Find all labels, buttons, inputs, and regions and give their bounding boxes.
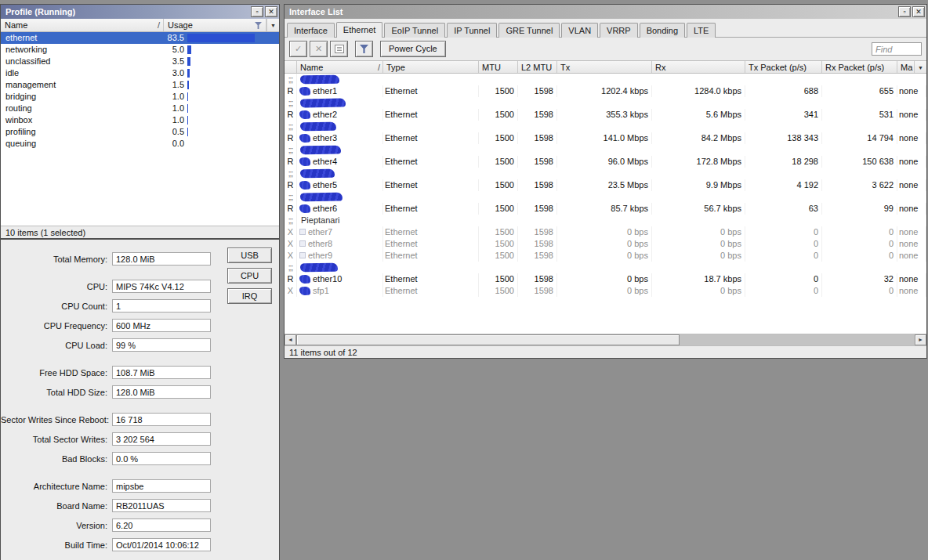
resource-action-button[interactable]: USB bbox=[227, 247, 272, 263]
tab[interactable]: Interface bbox=[287, 23, 335, 38]
profile-usage-bar-cell bbox=[184, 56, 279, 67]
interface-row[interactable]: R ether5 Ethernet 1500 1598 23.5 Mbps 9.… bbox=[285, 179, 926, 191]
interface-row[interactable]: R ether6 Ethernet 1500 1598 85.7 kbps 56… bbox=[285, 203, 926, 215]
maximize-button[interactable]: ▫ bbox=[898, 6, 911, 17]
close-button[interactable]: ✕ bbox=[265, 6, 277, 17]
interface-row[interactable]: X sfp1 Ethernet 1500 1598 0 bps 0 bps 0 … bbox=[285, 285, 926, 297]
comment-button[interactable] bbox=[330, 41, 348, 57]
interface-name-cell: ether9 bbox=[297, 250, 383, 262]
resource-action-button[interactable]: CPU bbox=[227, 268, 272, 284]
interface-row[interactable]: R ether10 Ethernet 1500 1598 0 bps 18.7 … bbox=[285, 273, 926, 285]
profile-titlebar[interactable]: Profile (Running) ▫ ✕ bbox=[1, 5, 279, 19]
rx-packet-cell: 150 638 bbox=[822, 156, 897, 168]
tab[interactable]: LTE bbox=[687, 23, 716, 38]
column-header-l2mtu[interactable]: L2 MTU bbox=[518, 61, 557, 73]
comment-row[interactable]: ;;; bbox=[285, 74, 926, 85]
maximize-button[interactable]: ▫ bbox=[251, 6, 263, 17]
type-cell: Ethernet bbox=[383, 156, 479, 168]
profile-usage-bar-cell bbox=[184, 114, 279, 126]
l2mtu-cell: 1598 bbox=[518, 226, 557, 238]
profile-row[interactable]: queuing 0.0 bbox=[1, 138, 279, 150]
resource-action-button[interactable]: IRQ bbox=[227, 288, 272, 304]
filter-funnel-icon[interactable] bbox=[255, 22, 262, 29]
profile-row[interactable]: idle 3.0 bbox=[1, 67, 279, 79]
tab[interactable]: EoIP Tunnel bbox=[384, 23, 445, 38]
comment-body bbox=[297, 191, 926, 203]
profile-row[interactable]: ethernet 83.5 bbox=[1, 32, 279, 44]
comment-prefix: ;;; bbox=[285, 97, 297, 109]
profile-row[interactable]: networking 5.0 bbox=[1, 44, 279, 56]
comment-icon bbox=[335, 45, 344, 53]
column-select-button[interactable]: ▼ bbox=[266, 19, 279, 31]
interface-row[interactable]: R ether3 Ethernet 1500 1598 141.0 Mbps 8… bbox=[285, 132, 926, 144]
tab[interactable]: VLAN bbox=[561, 23, 598, 38]
enable-button[interactable]: ✓ bbox=[289, 41, 307, 57]
mtu-cell: 1500 bbox=[479, 273, 518, 285]
scrollbar-track[interactable] bbox=[296, 334, 915, 345]
find-input[interactable] bbox=[872, 42, 922, 56]
interface-row[interactable]: X ether7 Ethernet 1500 1598 0 bps 0 bps … bbox=[285, 226, 926, 238]
comment-row[interactable]: ;;; bbox=[285, 168, 926, 179]
column-header-rx[interactable]: Rx bbox=[652, 61, 745, 73]
rx-cell: 0 bps bbox=[652, 238, 745, 250]
profile-row[interactable]: bridging 1.0 bbox=[1, 91, 279, 103]
profile-row[interactable]: winbox 1.0 bbox=[1, 114, 279, 126]
scroll-right-button[interactable]: ► bbox=[915, 334, 926, 345]
tab[interactable]: VRRP bbox=[600, 23, 638, 38]
tab[interactable]: IP Tunnel bbox=[447, 23, 497, 38]
column-header-tx-packet[interactable]: Tx Packet (p/s) bbox=[745, 61, 822, 73]
field-label: Total HDD Size: bbox=[1, 388, 112, 397]
column-header-tx[interactable]: Tx bbox=[557, 61, 652, 73]
l2mtu-cell: 1598 bbox=[518, 273, 557, 285]
column-select-button[interactable]: ▼ bbox=[914, 61, 926, 73]
disable-button[interactable]: ✕ bbox=[310, 41, 328, 57]
interface-row[interactable]: R ether2 Ethernet 1500 1598 355.3 kbps 5… bbox=[285, 109, 926, 121]
profile-task-name: unclassified bbox=[1, 56, 158, 67]
field-label: CPU: bbox=[1, 282, 112, 291]
column-header-flag[interactable] bbox=[285, 61, 297, 73]
interface-row[interactable]: R ether4 Ethernet 1500 1598 96.0 Mbps 17… bbox=[285, 156, 926, 168]
column-header-usage[interactable]: Usage bbox=[164, 19, 266, 31]
column-header-ma[interactable]: Ma bbox=[897, 61, 914, 73]
profile-status-bar: 10 items (1 selected) bbox=[1, 226, 279, 238]
field-label: CPU Frequency: bbox=[1, 321, 112, 331]
tab[interactable]: Ethernet bbox=[336, 22, 383, 38]
column-header-mtu[interactable]: MTU bbox=[479, 61, 518, 73]
comment-row[interactable]: ;;; Pieptanari bbox=[285, 215, 926, 226]
comment-prefix: ;;; bbox=[285, 215, 297, 226]
profile-row[interactable]: routing 1.0 bbox=[1, 103, 279, 114]
interface-row[interactable]: R ether1 Ethernet 1500 1598 1202.4 kbps … bbox=[285, 85, 926, 97]
power-cycle-button[interactable]: Power Cycle bbox=[380, 41, 446, 57]
interface-name-cell: ether6 bbox=[297, 203, 383, 215]
type-cell: Ethernet bbox=[383, 285, 479, 297]
profile-row[interactable]: management 1.5 bbox=[1, 79, 279, 91]
comment-body bbox=[297, 144, 926, 156]
profile-row[interactable]: unclassified 3.5 bbox=[1, 56, 279, 67]
scroll-left-button[interactable]: ◄ bbox=[285, 334, 296, 345]
type-cell: Ethernet bbox=[383, 179, 479, 191]
column-header-type[interactable]: Type bbox=[383, 61, 479, 73]
scrollbar-thumb[interactable] bbox=[296, 334, 680, 345]
comment-row[interactable]: ;;; bbox=[285, 262, 926, 273]
comment-row[interactable]: ;;; bbox=[285, 97, 926, 109]
column-header-name[interactable]: Name / bbox=[297, 61, 383, 73]
interface-titlebar[interactable]: Interface List ▫ ✕ bbox=[285, 5, 926, 19]
redaction-scribble bbox=[300, 169, 335, 179]
comment-row[interactable]: ;;; bbox=[285, 144, 926, 156]
ma-cell: none bbox=[897, 109, 926, 121]
field-value: 16 718 bbox=[112, 413, 211, 426]
comment-row[interactable]: ;;; bbox=[285, 191, 926, 203]
close-button[interactable]: ✕ bbox=[912, 6, 925, 17]
filter-button[interactable] bbox=[355, 41, 373, 57]
profile-row[interactable]: profiling 0.5 bbox=[1, 126, 279, 138]
column-header-rx-packet[interactable]: Rx Packet (p/s) bbox=[822, 61, 897, 73]
mtu-cell: 1500 bbox=[479, 203, 518, 215]
tab[interactable]: GRE Tunnel bbox=[498, 23, 560, 38]
tab[interactable]: Bonding bbox=[640, 23, 685, 38]
interface-row[interactable]: X ether8 Ethernet 1500 1598 0 bps 0 bps … bbox=[285, 238, 926, 250]
field-value: 600 MHz bbox=[112, 319, 211, 332]
type-cell: Ethernet bbox=[383, 85, 479, 97]
interface-row[interactable]: X ether9 Ethernet 1500 1598 0 bps 0 bps … bbox=[285, 250, 926, 262]
comment-row[interactable]: ;;; bbox=[285, 121, 926, 132]
column-header-name[interactable]: Name / bbox=[1, 19, 164, 31]
